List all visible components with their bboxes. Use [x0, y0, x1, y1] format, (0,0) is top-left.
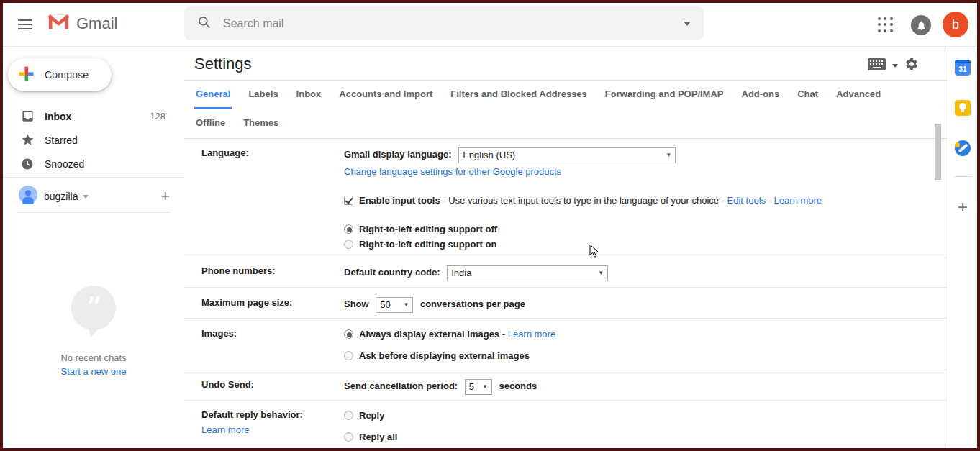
account-caret-icon [83, 195, 89, 199]
topbar: Gmail Search mail b [3, 3, 977, 47]
search-placeholder: Search mail [223, 17, 684, 30]
sidebar-item-snoozed[interactable]: Snoozed [3, 152, 184, 176]
ask-before-display-images-label: Ask before displaying external images [359, 350, 530, 361]
change-language-link[interactable]: Change language settings for other Googl… [344, 166, 561, 177]
settings-row-language: Language: Gmail display language: Englis… [184, 139, 948, 258]
settings-row-phone-numbers: Phone numbers: Default country code: Ind… [184, 258, 948, 288]
person-avatar-icon [19, 186, 37, 207]
tab-inbox[interactable]: Inbox [295, 81, 323, 109]
start-new-chat-link[interactable]: Start a new one [3, 366, 184, 377]
menu-icon[interactable] [18, 19, 32, 29]
tab-advanced[interactable]: Advanced [835, 81, 882, 109]
settings-header: Settings [184, 47, 948, 81]
compose-label: Compose [45, 69, 89, 81]
always-display-images-radio[interactable] [344, 329, 353, 339]
country-code-label: Default country code: [344, 267, 440, 278]
keyboard-icon[interactable] [868, 58, 886, 73]
calendar-icon[interactable]: 31 [955, 60, 971, 76]
row-label: Undo Send: [201, 379, 254, 390]
get-add-ons-button[interactable]: + [948, 199, 977, 216]
select-arrow-icon: ▼ [598, 267, 604, 280]
add-account-button[interactable]: + [160, 189, 170, 204]
svg-text:”: ” [86, 291, 102, 326]
page-size-select[interactable]: 50▼ [376, 297, 413, 313]
hangouts-icon: ” [3, 285, 184, 341]
settings-page: Settings General Labels Inbox Accounts a… [184, 47, 948, 448]
select-arrow-icon: ▼ [482, 381, 488, 393]
ask-before-display-images-radio[interactable] [344, 351, 353, 360]
snooze-clock-icon [20, 157, 35, 171]
search-input[interactable]: Search mail [184, 6, 704, 40]
page-title: Settings [194, 55, 252, 73]
enable-input-tools-checkbox[interactable] [344, 196, 353, 205]
account-avatar[interactable]: b [943, 12, 968, 37]
reply-label: Reply [359, 410, 384, 421]
reply-radio[interactable] [344, 411, 353, 420]
side-panel: 31 + [948, 47, 977, 448]
display-language-label: Gmail display language: [344, 149, 452, 160]
sidebar: Compose Inbox 128 Starred S [3, 47, 184, 448]
cancellation-period-label: Send cancellation period: [344, 381, 458, 391]
select-arrow-icon: ▼ [666, 149, 671, 162]
star-icon [20, 133, 35, 147]
settings-row-page-size: Maximum page size: Show 50▼ conversation… [184, 288, 948, 319]
rtl-on-label: Right-to-left editing support on [359, 239, 496, 250]
row-label: Maximum page size: [201, 297, 292, 308]
tab-chat[interactable]: Chat [796, 81, 820, 109]
tab-filters-and-blocked-addresses[interactable]: Filters and Blocked Addresses [449, 81, 589, 109]
country-code-select[interactable]: India▼ [447, 265, 608, 281]
rtl-off-label: Right-to-left editing support off [359, 224, 497, 234]
page-size-suffix: conversations per page [420, 299, 525, 309]
rtl-on-radio[interactable] [344, 240, 353, 249]
input-tools-desc: - Use various text input tools to type i… [440, 195, 727, 206]
edit-tools-link[interactable]: Edit tools [727, 195, 766, 206]
tab-labels[interactable]: Labels [247, 81, 279, 109]
gmail-envelope-icon [47, 14, 70, 33]
tab-add-ons[interactable]: Add-ons [740, 81, 781, 109]
apps-grid-icon[interactable] [878, 17, 894, 33]
row-label: Default reply behavior: [201, 409, 303, 420]
reply-all-label: Reply all [359, 432, 397, 442]
compose-plus-icon [17, 65, 35, 86]
tab-general[interactable]: General [194, 81, 232, 109]
cancellation-period-select[interactable]: 5▼ [465, 379, 492, 395]
row-label: Images: [201, 328, 237, 339]
tasks-icon[interactable] [955, 140, 971, 156]
settings-tabs: General Labels Inbox Accounts and Import… [184, 81, 948, 139]
gmail-window: Gmail Search mail b [0, 0, 980, 451]
inbox-icon [20, 109, 35, 124]
compose-button[interactable]: Compose [8, 58, 112, 91]
reply-all-radio[interactable] [344, 432, 353, 442]
images-learn-more-link[interactable]: Learn more [508, 329, 555, 340]
inbox-count: 128 [150, 111, 165, 122]
gear-icon[interactable] [904, 57, 919, 74]
search-icon[interactable] [197, 15, 212, 32]
main-scrollbar-thumb[interactable] [935, 124, 941, 180]
select-arrow-icon: ▼ [403, 299, 409, 311]
row-label: Language: [201, 147, 249, 158]
chats-empty-text: No recent chats [3, 352, 184, 363]
brand-text: Gmail [76, 14, 117, 33]
keyboard-caret-icon[interactable] [892, 64, 898, 68]
sidebar-nav: Inbox 128 Starred Snoozed [3, 104, 184, 176]
rtl-off-radio[interactable] [344, 224, 353, 234]
sidebar-item-inbox[interactable]: Inbox 128 [3, 104, 184, 128]
input-tools-label: Enable input tools [359, 195, 440, 206]
reply-learn-more-link[interactable]: Learn more [201, 424, 249, 435]
side-panel-divider [954, 176, 972, 177]
notifications-bell-icon[interactable] [911, 15, 931, 35]
sidebar-item-label: Starred [45, 135, 78, 146]
tab-themes[interactable]: Themes [242, 109, 280, 138]
sidebar-item-starred[interactable]: Starred [3, 128, 184, 152]
input-tools-learn-more-link[interactable]: Learn more [774, 195, 822, 206]
tab-forwarding-and-pop-imap[interactable]: Forwarding and POP/IMAP [604, 81, 725, 109]
row-label: Phone numbers: [201, 265, 276, 276]
keep-icon[interactable] [955, 100, 971, 116]
search-options-caret[interactable] [684, 22, 691, 26]
tab-offline[interactable]: Offline [194, 109, 227, 138]
account-switcher[interactable]: bugzilla + [3, 182, 184, 211]
tab-accounts-and-import[interactable]: Accounts and Import [337, 81, 434, 109]
display-language-select[interactable]: English (US)▼ [458, 147, 676, 163]
settings-row-images: Images: Always display external images -… [184, 319, 948, 370]
sidebar-divider [3, 177, 184, 178]
